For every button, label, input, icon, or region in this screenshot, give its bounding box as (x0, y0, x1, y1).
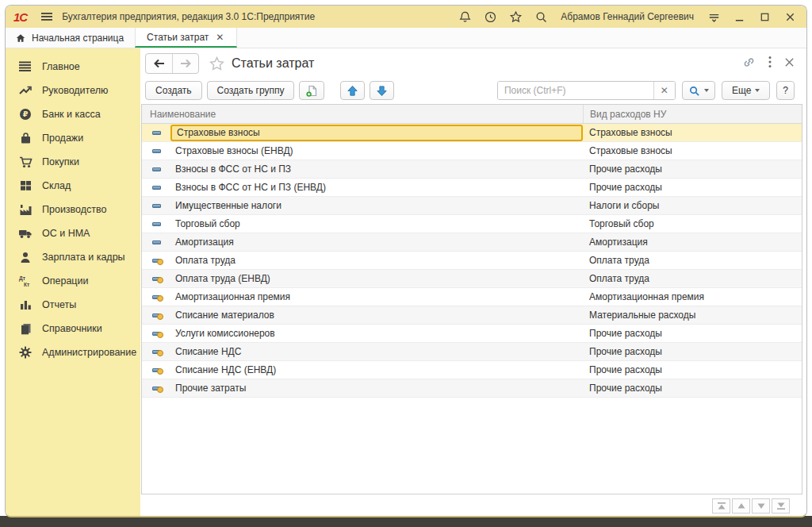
kebab-menu-icon[interactable] (768, 56, 772, 71)
cell-name[interactable]: Страховые взносы (170, 125, 583, 141)
sidebar-item-4[interactable]: Покупки (6, 150, 140, 174)
sidebar-item-12[interactable]: Администрирование (6, 340, 140, 364)
cell-expense-type[interactable]: Налоги и сборы (583, 200, 802, 211)
table-row[interactable]: Взносы в ФСС от НС и ПЗ (ЕНВД)Прочие рас… (142, 179, 802, 197)
cost-item-icon (142, 332, 170, 336)
sidebar-item-3[interactable]: Продажи (6, 126, 140, 150)
cell-expense-type[interactable]: Прочие расходы (583, 182, 802, 193)
cell-name[interactable]: Оплата труда (ЕНВД) (170, 271, 583, 287)
forward-button[interactable] (172, 54, 198, 73)
sidebar-item-7[interactable]: ОС и НМА (6, 221, 140, 245)
cell-name[interactable]: Торговый сбор (170, 216, 583, 233)
copy-item-button[interactable] (299, 81, 324, 100)
table-row[interactable]: Списание НДСПрочие расходы (142, 343, 802, 361)
cell-expense-type[interactable]: Страховые взносы (583, 145, 802, 156)
sidebar-item-label: Отчеты (42, 299, 76, 310)
history-icon[interactable] (481, 8, 499, 25)
cell-expense-type[interactable]: Оплата труда (583, 255, 802, 266)
cell-name[interactable]: Взносы в ФСС от НС и ПЗ (ЕНВД) (170, 179, 583, 196)
go-down-button[interactable] (752, 498, 770, 514)
help-button[interactable]: ? (776, 81, 795, 100)
clear-search-icon[interactable]: ✕ (653, 82, 675, 99)
tab-home-label: Начальная страница (32, 33, 124, 44)
table-row[interactable]: Прочие затратыПрочие расходы (142, 379, 802, 398)
table-row[interactable]: Оплата труда (ЕНВД)Оплата труда (142, 270, 802, 288)
sidebar-item-1[interactable]: Руководителю (6, 79, 140, 102)
back-button[interactable] (146, 54, 172, 73)
search-input[interactable] (498, 82, 653, 99)
table-row[interactable]: Страховые взносы (ЕНВД)Страховые взносы (142, 142, 802, 160)
table-row[interactable]: Списание материаловМатериальные расходы (142, 306, 802, 325)
global-search-icon[interactable] (532, 8, 550, 25)
cell-expense-type[interactable]: Материальные расходы (583, 310, 802, 321)
close-window-button[interactable] (781, 8, 799, 25)
cell-name[interactable]: Прочие затраты (170, 380, 583, 397)
column-header-name[interactable]: Наименование (142, 105, 583, 123)
create-button[interactable]: Создать (145, 81, 202, 100)
sidebar-item-9[interactable]: ДтКтОперации (6, 269, 140, 293)
cell-name[interactable]: Страховые взносы (ЕНВД) (170, 143, 583, 160)
sidebar-item-8[interactable]: Зарплата и кадры (6, 245, 140, 269)
move-down-button[interactable] (370, 81, 394, 100)
sidebar-item-5[interactable]: Склад (6, 174, 140, 198)
cell-name[interactable]: Имущественные налоги (170, 198, 583, 214)
search-settings-button[interactable] (682, 81, 715, 100)
table-row[interactable]: Имущественные налогиНалоги и сборы (142, 197, 802, 215)
sidebar-item-0[interactable]: Главное (6, 55, 140, 79)
sidebar-item-6[interactable]: Производство (6, 198, 140, 221)
table-row[interactable]: Оплата трудаОплата труда (142, 252, 802, 270)
cell-name[interactable]: Списание материалов (170, 307, 583, 324)
cell-name[interactable]: Списание НДС (ЕНВД) (170, 362, 583, 379)
cell-name[interactable]: Взносы в ФСС от НС и ПЗ (170, 161, 583, 178)
cell-expense-type[interactable]: Прочие расходы (583, 328, 802, 339)
sidebar-item-11[interactable]: Справочники (6, 317, 140, 340)
more-button[interactable]: Еще (722, 81, 770, 100)
cell-expense-type[interactable]: Прочие расходы (583, 364, 802, 375)
create-group-button[interactable]: Создать группу (207, 81, 295, 100)
bag-icon (18, 132, 33, 144)
add-to-favorites-star-icon[interactable] (209, 56, 225, 72)
table-row[interactable]: Страховые взносыСтраховые взносы (142, 124, 802, 142)
table-row[interactable]: Взносы в ФСС от НС и ПЗПрочие расходы (142, 160, 802, 179)
sidebar-item-10[interactable]: Отчеты (6, 293, 140, 317)
maximize-button[interactable] (756, 8, 773, 25)
column-header-expense-type[interactable]: Вид расходов НУ (583, 105, 802, 123)
cell-name[interactable]: Амортизационная премия (170, 289, 583, 306)
cell-name[interactable]: Услуги комиссионеров (170, 325, 583, 342)
cell-expense-type[interactable]: Оплата труда (583, 273, 802, 284)
dtkt-icon: ДтКт (18, 275, 33, 287)
cell-expense-type[interactable]: Амортизационная премия (583, 291, 802, 302)
close-panel-icon[interactable] (784, 56, 795, 71)
cell-expense-type[interactable]: Прочие расходы (583, 163, 802, 175)
cost-item-icon (142, 259, 170, 263)
go-first-button[interactable] (712, 498, 730, 514)
sidebar-item-2[interactable]: ₽Банк и касса (6, 102, 140, 126)
cell-expense-type[interactable]: Прочие расходы (583, 346, 802, 357)
favorites-star-icon[interactable] (507, 8, 524, 25)
move-up-button[interactable] (340, 81, 365, 100)
cell-expense-type[interactable]: Амортизация (583, 237, 802, 248)
get-link-icon[interactable] (742, 56, 756, 72)
cell-name[interactable]: Списание НДС (170, 344, 583, 360)
table-row[interactable]: АмортизацияАмортизация (142, 233, 802, 252)
go-last-button[interactable] (772, 498, 790, 514)
cell-name[interactable]: Амортизация (170, 234, 583, 251)
cell-name[interactable]: Оплата труда (170, 252, 583, 269)
table-row[interactable]: Услуги комиссионеровПрочие расходы (142, 325, 802, 343)
notifications-bell-icon[interactable] (456, 8, 473, 25)
current-user-name[interactable]: Абрамов Геннадий Сергеевич (561, 11, 694, 22)
tab-close-icon[interactable]: ✕ (214, 31, 225, 44)
table-row[interactable]: Амортизационная премияАмортизационная пр… (142, 288, 802, 306)
table-row[interactable]: Списание НДС (ЕНВД)Прочие расходы (142, 361, 802, 379)
table-row[interactable]: Торговый сборТорговый сбор (142, 215, 802, 233)
tab-cost-items[interactable]: Статьи затрат ✕ (135, 28, 237, 48)
cell-expense-type[interactable]: Торговый сбор (583, 218, 802, 229)
minimize-button[interactable] (730, 8, 748, 25)
cell-expense-type[interactable]: Страховые взносы (583, 127, 802, 138)
tab-home[interactable]: Начальная страница (6, 28, 135, 48)
service-menu-icon[interactable] (705, 8, 722, 25)
sidebar-item-label: Главное (42, 61, 80, 72)
main-menu-icon[interactable] (38, 8, 56, 25)
go-up-button[interactable] (732, 498, 750, 514)
cell-expense-type[interactable]: Прочие расходы (583, 383, 802, 394)
